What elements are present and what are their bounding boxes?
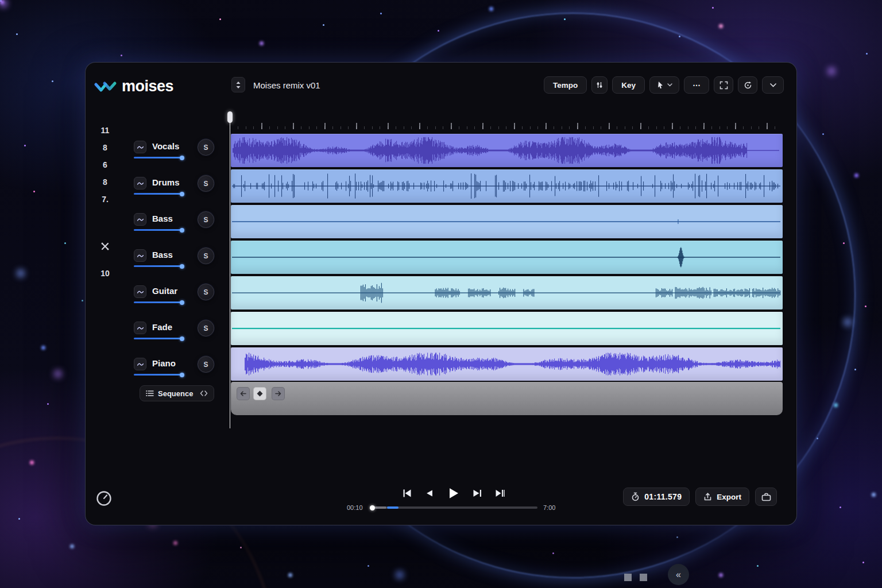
logo: moises — [94, 78, 173, 95]
track-volume-slider[interactable] — [134, 157, 183, 158]
sidebar-value[interactable]: 8 — [103, 143, 107, 152]
slider-knob[interactable] — [180, 373, 184, 377]
slider-knob[interactable] — [180, 264, 184, 269]
library-button[interactable] — [755, 488, 777, 506]
playhead[interactable] — [227, 111, 233, 428]
loop-start-button[interactable] — [237, 387, 250, 400]
waveform-icon — [137, 361, 144, 368]
cursor-tool-button[interactable] — [649, 76, 679, 94]
export-button[interactable]: Export — [695, 488, 749, 506]
sidebar-value[interactable]: 8 — [103, 177, 107, 187]
slider-knob[interactable] — [180, 192, 184, 196]
waveform-icon — [137, 216, 144, 223]
next-button[interactable] — [470, 486, 484, 500]
progress-knob[interactable] — [370, 505, 375, 510]
sidebar-value[interactable]: 10 — [100, 269, 110, 278]
timer-button[interactable] — [94, 489, 114, 508]
progress-row: 00:10 7:00 — [347, 504, 560, 511]
lane-vocals-0[interactable] — [231, 134, 783, 167]
slider-knob[interactable] — [180, 156, 184, 160]
sidebar-value[interactable]: 6 — [103, 160, 107, 169]
track-label: Drums — [152, 177, 180, 187]
collapsed-track-strip[interactable] — [231, 382, 783, 415]
waveform-icon — [137, 288, 144, 296]
slider-knob[interactable] — [180, 228, 184, 233]
track-icon-button[interactable] — [134, 358, 146, 370]
next-icon — [471, 488, 483, 499]
track-icon-button[interactable] — [134, 213, 146, 226]
sidebar-value[interactable]: 11 — [101, 126, 110, 135]
waveform-icon — [137, 144, 144, 151]
lane-drums-1[interactable] — [231, 169, 783, 203]
sidebar-value[interactable]: 7. — [102, 195, 109, 204]
slider-knob[interactable] — [180, 300, 184, 305]
collapse-button[interactable] — [762, 76, 784, 94]
arrow-to-start-icon — [239, 390, 247, 397]
track-volume-slider[interactable] — [134, 338, 183, 339]
playhead-handle[interactable] — [227, 111, 233, 123]
slider-knob[interactable] — [180, 336, 184, 341]
arrow-to-end-icon — [274, 390, 282, 397]
track-volume-slider[interactable] — [134, 193, 183, 195]
lane-fade-5[interactable] — [231, 312, 783, 345]
back-circle-button[interactable]: « — [668, 564, 689, 585]
progress-bar[interactable] — [370, 506, 537, 509]
frame-button[interactable] — [714, 76, 733, 94]
progress-fill — [387, 506, 399, 509]
waveform-canvas — [231, 276, 783, 310]
skip-end-button[interactable] — [493, 486, 507, 500]
previous-icon — [424, 488, 435, 498]
solo-button[interactable]: S — [198, 175, 214, 192]
progress-current-time: 00:10 — [347, 504, 364, 511]
lane-bass-2[interactable] — [231, 205, 783, 238]
solo-button[interactable]: S — [198, 139, 214, 156]
stopwatch-icon — [631, 492, 640, 501]
solo-button[interactable]: S — [198, 247, 214, 264]
track-row-fade-5: FadeS — [134, 322, 220, 350]
key-button[interactable]: Key — [612, 76, 645, 94]
track-icon-button[interactable] — [134, 141, 146, 153]
track-row-guitar-4: GuitarS — [134, 285, 220, 314]
rotate-button[interactable] — [738, 76, 757, 94]
track-volume-slider[interactable] — [134, 265, 183, 267]
track-volume-slider[interactable] — [134, 229, 183, 231]
progress-total-time: 7:00 — [543, 504, 560, 511]
loop-end-button[interactable] — [272, 387, 285, 400]
solo-button[interactable]: S — [198, 211, 214, 228]
logo-text: moises — [122, 78, 173, 95]
lane-guitar-4[interactable] — [231, 276, 783, 310]
lane-piano-6[interactable] — [231, 347, 783, 381]
track-row-drums-1: DrumsS — [134, 177, 220, 206]
timeline-ruler[interactable] — [230, 117, 783, 129]
track-icon-button[interactable] — [134, 322, 146, 334]
solo-button[interactable]: S — [198, 284, 214, 300]
tools-icon[interactable] — [100, 242, 110, 253]
export-icon — [703, 492, 712, 501]
sequence-button[interactable]: Sequence — [140, 385, 214, 401]
play-button[interactable] — [445, 485, 461, 501]
marker-button[interactable] — [253, 387, 266, 400]
dock-square[interactable] — [640, 574, 647, 581]
sequence-label: Sequence — [158, 389, 193, 398]
more-button[interactable]: ⋯ — [684, 76, 709, 94]
track-icon-button[interactable] — [134, 249, 146, 262]
chevron-down-icon — [667, 83, 672, 87]
list-icon — [146, 390, 154, 397]
dock-square[interactable] — [624, 574, 632, 581]
previous-button[interactable] — [423, 487, 436, 500]
time-display-button[interactable]: 01:11.579 — [623, 488, 690, 506]
project-sort-button[interactable] — [231, 77, 245, 92]
track-icon-button[interactable] — [134, 177, 146, 189]
track-label: Fade — [152, 322, 172, 332]
track-volume-slider[interactable] — [134, 374, 183, 376]
waveform-icon — [137, 324, 144, 332]
track-volume-slider[interactable] — [134, 301, 183, 303]
skip-start-button[interactable] — [400, 486, 414, 500]
lane-bass-3[interactable] — [231, 241, 783, 274]
tempo-button[interactable]: Tempo — [544, 76, 587, 94]
solo-button[interactable]: S — [198, 320, 214, 336]
metronome-button[interactable] — [591, 76, 608, 94]
track-icon-button[interactable] — [134, 285, 146, 298]
solo-button[interactable]: S — [198, 356, 214, 373]
waveform-canvas — [231, 169, 783, 203]
